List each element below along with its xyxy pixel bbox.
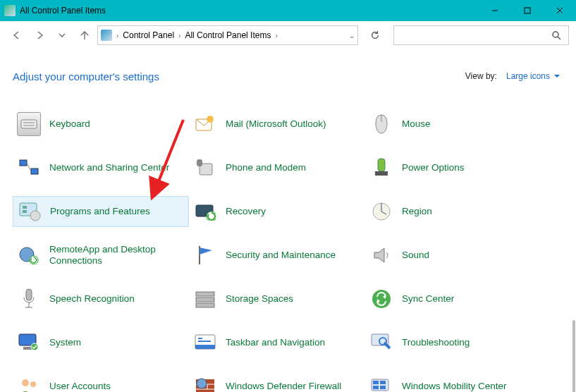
breadcrumb-all-items[interactable]: All Control Panel Items [185, 30, 271, 40]
svg-rect-63 [380, 386, 386, 389]
svg-rect-1 [525, 8, 530, 13]
item-label: Region [402, 206, 432, 217]
svg-rect-43 [23, 347, 32, 350]
item-label: Speech Recognition [49, 293, 135, 305]
view-by-label: View by: [465, 71, 497, 81]
svg-point-5 [553, 32, 558, 37]
up-button[interactable] [75, 25, 94, 45]
programs-icon [18, 200, 42, 223]
svg-rect-18 [378, 159, 385, 171]
item-label: Troubleshooting [402, 337, 470, 348]
item-windows-defender-firewall[interactable]: Windows Defender Firewall [189, 371, 365, 392]
svg-point-52 [30, 381, 36, 387]
refresh-button[interactable] [365, 25, 385, 45]
item-sync-center[interactable]: Sync Center [365, 283, 541, 314]
item-windows-mobility-center[interactable]: Windows Mobility Center [365, 371, 541, 392]
item-user-accounts[interactable]: User Accounts [13, 371, 189, 392]
svg-point-58 [197, 379, 207, 388]
item-label: Sync Center [402, 293, 454, 305]
svg-rect-37 [196, 298, 214, 302]
storage-icon [193, 287, 217, 311]
address-bar[interactable]: › Control Panel › All Control Panel Item… [97, 25, 358, 45]
phone-icon [193, 156, 217, 180]
item-mail[interactable]: Mail (Microsoft Outlook) [189, 109, 365, 140]
region-icon [369, 200, 393, 223]
firewall-icon [193, 374, 217, 392]
item-label: Security and Maintenance [226, 250, 336, 261]
mobility-icon [369, 374, 393, 392]
svg-rect-62 [373, 386, 379, 389]
item-phone-modem[interactable]: Phone and Modem [189, 152, 365, 183]
breadcrumb-control-panel[interactable]: Control Panel [123, 30, 174, 40]
recent-locations-button[interactable] [52, 25, 72, 45]
item-mouse[interactable]: Mouse [365, 109, 541, 140]
svg-rect-14 [31, 169, 38, 174]
chevron-right-icon[interactable]: › [178, 32, 180, 39]
chevron-down-icon[interactable]: ⌄ [349, 32, 355, 39]
minimize-button[interactable] [479, 0, 511, 21]
svg-rect-7 [21, 120, 37, 128]
item-label: User Accounts [49, 381, 111, 392]
item-label: Storage Spaces [226, 293, 293, 305]
items-grid: Keyboard Mail (Microsoft Outlook) Mouse … [0, 104, 576, 392]
item-speech-recognition[interactable]: Speech Recognition [13, 283, 189, 314]
svg-rect-48 [198, 341, 211, 342]
title-bar: All Control Panel Items [0, 0, 576, 21]
svg-point-51 [22, 379, 29, 386]
items-scroll-region[interactable]: Keyboard Mail (Microsoft Outlook) Mouse … [0, 97, 576, 392]
microphone-icon [17, 287, 41, 311]
item-sound[interactable]: Sound [365, 240, 541, 271]
remoteapp-icon [17, 243, 41, 267]
search-box[interactable] [393, 25, 569, 45]
item-recovery[interactable]: Recovery [189, 196, 365, 227]
svg-rect-38 [196, 303, 214, 307]
item-region[interactable]: Region [365, 196, 541, 227]
page-title: Adjust your computer's settings [13, 71, 465, 82]
svg-rect-47 [198, 338, 202, 339]
forward-button[interactable] [30, 25, 49, 45]
system-icon [17, 331, 41, 355]
close-button[interactable] [544, 0, 576, 21]
troubleshooting-icon [369, 331, 393, 355]
svg-marker-32 [374, 248, 384, 262]
heading-row: Adjust your computer's settings View by:… [0, 49, 576, 90]
power-icon [369, 156, 393, 180]
svg-rect-36 [196, 292, 214, 296]
item-label: Programs and Features [50, 206, 150, 217]
item-power-options[interactable]: Power Options [365, 152, 541, 183]
item-system[interactable]: System [13, 327, 189, 358]
chevron-right-icon[interactable]: › [275, 32, 277, 39]
mail-icon [193, 112, 217, 136]
mouse-icon [369, 112, 393, 136]
svg-rect-22 [23, 210, 27, 213]
item-label: Network and Sharing Center [49, 162, 169, 173]
view-by: View by: Large icons [465, 69, 563, 83]
svg-rect-17 [197, 159, 202, 166]
item-remoteapp[interactable]: RemoteApp and Desktop Connections [13, 240, 189, 271]
svg-rect-19 [375, 171, 388, 176]
item-network-sharing[interactable]: Network and Sharing Center [13, 152, 189, 183]
users-icon [17, 374, 41, 392]
item-label: Windows Defender Firewall [226, 381, 341, 392]
item-storage-spaces[interactable]: Storage Spaces [189, 283, 365, 314]
item-taskbar-navigation[interactable]: Taskbar and Navigation [189, 327, 365, 358]
svg-rect-61 [380, 381, 386, 384]
control-panel-icon [4, 5, 16, 16]
item-label: Phone and Modem [226, 162, 306, 173]
item-keyboard[interactable]: Keyboard [13, 109, 189, 140]
keyboard-icon [17, 112, 41, 136]
view-by-select[interactable]: Large icons [501, 69, 563, 83]
back-button[interactable] [7, 25, 27, 45]
item-label: Mouse [402, 118, 431, 130]
svg-point-23 [30, 211, 40, 221]
item-security-maintenance[interactable]: Security and Maintenance [189, 240, 365, 271]
recovery-icon [193, 200, 217, 223]
navigation-row: › Control Panel › All Control Panel Item… [0, 21, 576, 49]
svg-rect-46 [195, 345, 215, 349]
item-troubleshooting[interactable]: Troubleshooting [365, 327, 541, 358]
scrollbar-thumb[interactable] [572, 320, 575, 392]
item-label: Power Options [402, 162, 465, 173]
maximize-button[interactable] [511, 0, 544, 21]
item-programs-features[interactable]: Programs and Features [13, 196, 189, 227]
chevron-right-icon[interactable]: › [116, 32, 118, 39]
